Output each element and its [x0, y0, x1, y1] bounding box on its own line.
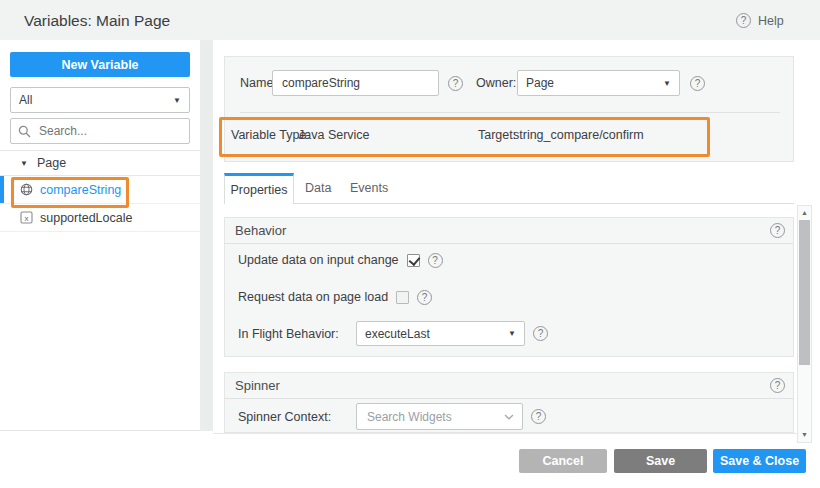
owner-label: Owner:	[476, 76, 516, 90]
java-service-globe-icon	[20, 183, 33, 196]
tab-properties[interactable]: Properties	[224, 173, 294, 204]
variable-tree: ▼ Page compareString x supportedLoca	[0, 150, 200, 232]
request-data-help-icon[interactable]: ?	[417, 290, 432, 305]
in-flight-help-icon[interactable]: ?	[533, 326, 548, 341]
spinner-help-icon[interactable]: ?	[770, 378, 785, 393]
variable-filter-value: All	[19, 93, 32, 107]
selected-indicator	[0, 176, 4, 203]
variable-filter-select[interactable]: All ▼	[10, 87, 190, 113]
variable-x-icon: x	[20, 211, 33, 224]
scrollbar-thumb[interactable]	[799, 220, 810, 365]
in-flight-row: In Flight Behavior: executeLast ▼ ?	[238, 321, 548, 346]
name-help-icon[interactable]: ?	[448, 76, 463, 91]
tabstrip-border	[224, 203, 794, 204]
in-flight-select[interactable]: executeLast ▼	[356, 321, 525, 346]
help-question-icon: ?	[736, 13, 751, 28]
variables-dialog: Variables: Main Page ? Help New Variable…	[0, 0, 820, 488]
spinner-context-row: Spinner Context: ?	[238, 403, 546, 430]
variables-sidebar: New Variable All ▼ ▼ Page	[0, 40, 200, 431]
scroll-up-icon[interactable]: ▲	[798, 207, 811, 219]
variable-search-box[interactable]	[10, 118, 190, 144]
form-divider	[240, 112, 780, 113]
help-label: Help	[758, 14, 784, 28]
content-bottom-border	[213, 433, 812, 434]
variable-search-input[interactable]	[37, 123, 182, 139]
spinner-context-input[interactable]	[365, 409, 504, 425]
page-title: Variables: Main Page	[24, 12, 170, 30]
target-label: Target:	[478, 128, 516, 142]
variable-type-value: Java Service	[298, 128, 370, 142]
chevron-down-icon	[504, 414, 514, 420]
in-flight-value: executeLast	[365, 327, 430, 341]
tab-data[interactable]: Data	[305, 173, 331, 203]
owner-value: Page	[526, 76, 554, 90]
behavior-section-header: Behavior ?	[225, 218, 793, 244]
request-data-checkbox[interactable]	[396, 291, 409, 304]
request-data-row: Request data on page load ?	[238, 286, 432, 308]
update-data-help-icon[interactable]: ?	[428, 253, 443, 268]
spinner-section-header: Spinner ?	[225, 373, 793, 399]
tree-expander-icon: ▼	[20, 159, 28, 168]
spinner-context-combobox[interactable]	[356, 403, 523, 430]
name-input[interactable]	[272, 70, 439, 96]
panel-divider	[200, 40, 213, 431]
owner-select[interactable]: Page ▼	[517, 70, 680, 96]
spinner-context-label: Spinner Context:	[238, 410, 348, 424]
svg-text:x: x	[25, 214, 29, 223]
tree-item-label: supportedLocale	[40, 211, 132, 225]
behavior-title: Behavior	[235, 223, 286, 238]
owner-help-icon[interactable]: ?	[690, 76, 705, 91]
behavior-help-icon[interactable]: ?	[770, 223, 785, 238]
save-button[interactable]: Save	[614, 449, 707, 473]
tree-group-page[interactable]: ▼ Page	[0, 150, 200, 176]
tree-item-supportedlocale[interactable]: x supportedLocale	[0, 204, 200, 232]
tree-item-label: compareString	[40, 183, 121, 197]
search-icon	[18, 125, 31, 138]
request-data-label: Request data on page load	[238, 290, 388, 304]
dropdown-arrow-icon: ▼	[508, 329, 516, 338]
tree-group-label: Page	[37, 156, 66, 170]
spinner-title: Spinner	[235, 378, 280, 393]
new-variable-button[interactable]: New Variable	[10, 52, 190, 77]
scroll-down-icon[interactable]: ▼	[798, 429, 811, 441]
update-data-row: Update data on input change ?	[238, 249, 443, 271]
cancel-button[interactable]: Cancel	[519, 449, 607, 473]
update-data-label: Update data on input change	[238, 253, 399, 267]
tab-events[interactable]: Events	[350, 173, 388, 203]
target-value: string_compare/confirm	[513, 128, 644, 142]
save-and-close-button[interactable]: Save & Close	[713, 449, 806, 473]
in-flight-label: In Flight Behavior:	[238, 327, 348, 341]
help-link[interactable]: ? Help	[736, 13, 784, 28]
update-data-checkbox[interactable]	[407, 254, 420, 267]
spinner-context-help-icon[interactable]: ?	[531, 409, 546, 424]
properties-scrollbar[interactable]: ▲ ▼	[797, 205, 812, 443]
tree-item-comparestring[interactable]: compareString	[0, 176, 200, 204]
dropdown-arrow-icon: ▼	[173, 96, 181, 105]
dropdown-arrow-icon: ▼	[663, 79, 671, 88]
